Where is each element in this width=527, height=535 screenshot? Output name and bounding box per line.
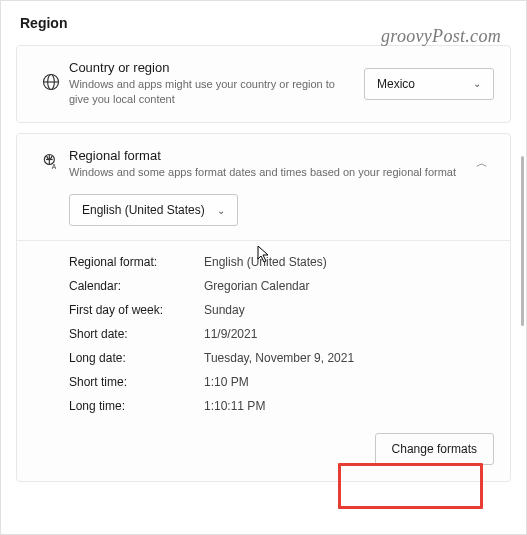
chevron-up-icon[interactable]: ︿ bbox=[476, 155, 488, 172]
detail-short-date: Short date: 11/9/2021 bbox=[69, 327, 494, 341]
regional-format-title: Regional format bbox=[69, 148, 458, 163]
chevron-down-icon: ⌄ bbox=[217, 205, 225, 216]
regional-format-desc: Windows and some apps format dates and t… bbox=[69, 165, 458, 180]
regional-format-select[interactable]: English (United States) ⌄ bbox=[69, 194, 238, 226]
detail-long-date: Long date: Tuesday, November 9, 2021 bbox=[69, 351, 494, 365]
scrollbar[interactable] bbox=[521, 156, 524, 326]
svg-text:A: A bbox=[52, 163, 57, 170]
detail-short-time: Short time: 1:10 PM bbox=[69, 375, 494, 389]
detail-first-day: First day of week: Sunday bbox=[69, 303, 494, 317]
country-region-selected-value: Mexico bbox=[377, 77, 415, 91]
country-region-title: Country or region bbox=[69, 60, 352, 75]
page-title: Region bbox=[20, 15, 511, 31]
country-region-desc: Windows and apps might use your country … bbox=[69, 77, 352, 108]
country-region-select[interactable]: Mexico ⌄ bbox=[364, 68, 494, 100]
regional-format-card: A Regional format Windows and some apps … bbox=[16, 133, 511, 482]
detail-calendar: Calendar: Gregorian Calendar bbox=[69, 279, 494, 293]
regional-format-selected-value: English (United States) bbox=[82, 203, 205, 217]
globe-icon bbox=[41, 72, 61, 96]
detail-regional-format: Regional format: English (United States) bbox=[69, 255, 494, 269]
chevron-down-icon: ⌄ bbox=[473, 78, 481, 89]
language-icon: A bbox=[41, 152, 61, 176]
detail-long-time: Long time: 1:10:11 PM bbox=[69, 399, 494, 413]
regional-format-details: Regional format: English (United States)… bbox=[17, 241, 510, 413]
change-formats-button[interactable]: Change formats bbox=[375, 433, 494, 465]
country-region-card: Country or region Windows and apps might… bbox=[16, 45, 511, 123]
